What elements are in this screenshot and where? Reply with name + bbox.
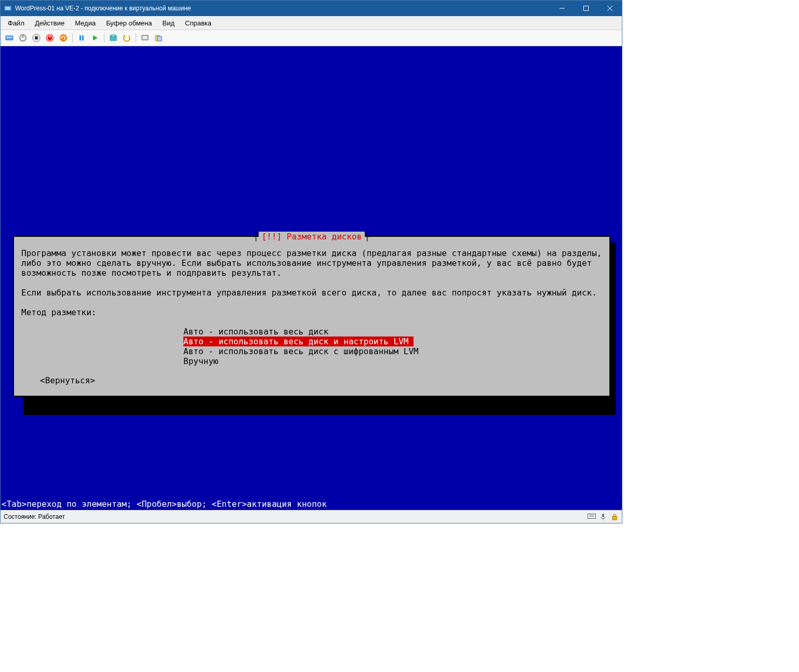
svg-rect-26	[143, 36, 147, 39]
toolbar-separator	[136, 33, 136, 43]
svg-rect-29	[588, 514, 596, 519]
partition-method-list: Авто - использовать весь диск Авто - исп…	[183, 327, 602, 366]
option-auto-whole-disk[interactable]: Авто - использовать весь диск	[183, 327, 602, 337]
reset-icon[interactable]	[58, 32, 69, 44]
minimize-button[interactable]	[550, 1, 574, 16]
status-text: Состояние: Работает	[4, 513, 65, 520]
shutdown-icon[interactable]	[44, 32, 56, 44]
toolbar-separator	[72, 33, 73, 43]
option-auto-whole-disk-lvm[interactable]: Авто - использовать весь диск и настроит…	[183, 337, 414, 346]
keyboard-icon	[588, 513, 596, 521]
menubar: Файл Действие Медиа Буфер обмена Вид Спр…	[1, 16, 622, 30]
status-icons	[588, 513, 619, 521]
svg-rect-1	[5, 7, 10, 10]
svg-rect-8	[9, 37, 10, 38]
keyboard-hint: <Tab>переход по элементам; <Пробел>выбор…	[1, 499, 622, 510]
dialog-paragraph: Если выбрать использование инструмента у…	[21, 288, 602, 298]
svg-rect-7	[7, 37, 8, 38]
pause-icon[interactable]	[76, 32, 87, 44]
checkpoint-icon[interactable]	[108, 32, 119, 44]
svg-rect-20	[82, 35, 84, 41]
option-auto-whole-disk-crypt[interactable]: Авто - использовать весь диск с шифрован…	[183, 346, 602, 356]
window-title: WordPress-01 на VE-2 - подключение к вир…	[15, 5, 550, 12]
dialog-title: [!!] Разметка дисков	[259, 232, 365, 241]
lock-icon	[610, 513, 619, 521]
titlebar: WordPress-01 на VE-2 - подключение к вир…	[1, 1, 622, 16]
svg-rect-9	[11, 37, 12, 38]
window-controls	[550, 1, 622, 16]
enhanced-session-icon[interactable]	[139, 32, 151, 44]
maximize-button[interactable]	[574, 1, 598, 16]
menu-clipboard[interactable]: Буфер обмена	[101, 18, 157, 29]
menu-action[interactable]: Действие	[30, 18, 70, 29]
power-cycle-icon[interactable]	[17, 32, 29, 44]
dialog-title-decor: ┤	[254, 232, 259, 241]
menu-help[interactable]: Справка	[180, 18, 217, 29]
menu-view[interactable]: Вид	[157, 18, 180, 29]
menu-media[interactable]: Медиа	[70, 18, 101, 29]
option-manual[interactable]: Вручную	[183, 356, 602, 366]
dialog-title-decor: ├	[365, 232, 370, 241]
svg-rect-3	[584, 6, 589, 11]
stop-icon[interactable]	[31, 32, 42, 44]
dialog-prompt: Метод разметки:	[21, 307, 602, 317]
share-icon[interactable]	[153, 32, 164, 44]
svg-rect-23	[111, 35, 115, 37]
revert-icon[interactable]	[121, 32, 132, 44]
start-icon[interactable]	[89, 32, 101, 44]
menu-file[interactable]: Файл	[3, 18, 30, 29]
microphone-icon	[599, 513, 607, 521]
toolbar-separator	[104, 33, 104, 43]
svg-rect-13	[35, 36, 38, 39]
svg-rect-19	[79, 35, 81, 41]
close-button[interactable]	[598, 1, 622, 16]
toolbar	[1, 30, 622, 46]
app-icon	[4, 4, 12, 12]
partition-dialog: ┤ [!!] Разметка дисков ├ Программа устан…	[13, 236, 610, 397]
vm-screen[interactable]: ┤ [!!] Разметка дисков ├ Программа устан…	[1, 46, 622, 510]
ctrl-alt-del-icon[interactable]	[4, 32, 15, 44]
svg-rect-28	[157, 36, 162, 41]
statusbar: Состояние: Работает	[1, 510, 622, 523]
svg-marker-21	[93, 35, 98, 41]
dialog-paragraph: Программа установки может провести вас ч…	[21, 248, 602, 278]
svg-rect-34	[612, 516, 617, 520]
vm-connection-window: WordPress-01 на VE-2 - подключение к вир…	[0, 0, 622, 523]
svg-rect-32	[602, 514, 604, 517]
go-back-button[interactable]: <Вернуться>	[40, 375, 95, 385]
